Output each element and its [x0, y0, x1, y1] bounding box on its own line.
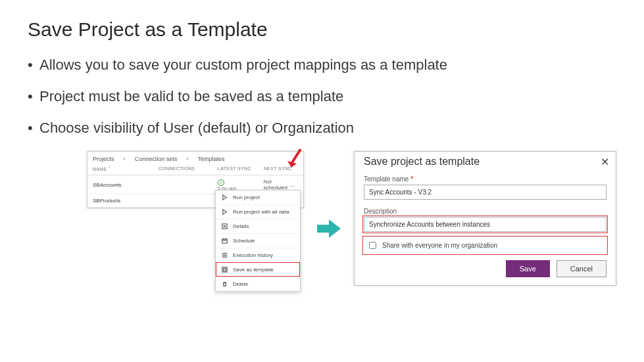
share-org-label: Share with everyone in my organization	[382, 242, 497, 249]
details-icon	[221, 223, 228, 230]
menu-delete[interactable]: Delete	[216, 277, 300, 291]
success-icon: ✓	[218, 179, 224, 186]
slide-title: Save Project as a Template	[28, 18, 616, 41]
menu-history[interactable]: Execution history	[216, 248, 300, 262]
menu-run-all[interactable]: Run project with all data	[216, 204, 300, 219]
play-icon	[221, 194, 228, 201]
callout-arrow-icon	[286, 148, 305, 171]
description-input[interactable]	[364, 217, 607, 232]
template-icon	[221, 266, 228, 273]
more-menu-button[interactable]: …	[287, 181, 298, 188]
menu-run-project[interactable]: Run project	[216, 191, 300, 204]
svg-rect-3	[224, 269, 226, 271]
trash-icon	[221, 281, 228, 288]
dialog-title: Save project as template	[364, 156, 607, 168]
col-latest-sync[interactable]: LATEST SYNC	[218, 166, 264, 171]
cancel-button[interactable]: Cancel	[557, 260, 607, 277]
col-connections[interactable]: CONNECTIONS	[159, 166, 218, 171]
description-label: Description	[364, 208, 607, 215]
row-name: SBAccounts	[93, 182, 159, 188]
projects-panel: Projects• Connection sets• Templates NAM…	[87, 151, 304, 208]
sort-asc-icon: ˄	[109, 166, 111, 171]
bullet-text: Allows you to save your custom project m…	[39, 57, 447, 73]
share-org-option[interactable]: Share with everyone in my organization	[364, 237, 607, 254]
history-icon	[221, 252, 228, 259]
bullet-item: •Choose visibility of User (default) or …	[28, 120, 616, 137]
tab-templates[interactable]: Templates	[197, 156, 224, 162]
save-template-dialog: ✕ Save project as template Template name…	[354, 151, 616, 286]
menu-save-as-template[interactable]: Save as template	[216, 262, 300, 277]
row-name: SBProducts	[93, 198, 159, 204]
template-name-input[interactable]	[364, 185, 607, 200]
svg-rect-1	[222, 239, 227, 243]
bullet-text: Project must be valid to be saved as a t…	[39, 88, 343, 104]
save-button[interactable]: Save	[506, 260, 550, 277]
svg-rect-0	[222, 224, 227, 229]
bullet-text: Choose visibility of User (default) or O…	[39, 120, 354, 136]
tab-connection-sets[interactable]: Connection sets	[135, 156, 178, 162]
menu-schedule[interactable]: Schedule	[216, 233, 300, 248]
bullet-item: •Project must be valid to be saved as a …	[28, 88, 616, 105]
menu-details[interactable]: Details	[216, 219, 300, 233]
next-sync-value: Not scheduled	[264, 179, 287, 191]
template-name-label: Template name *	[364, 175, 607, 183]
share-org-checkbox[interactable]	[369, 242, 376, 249]
bullet-item: •Allows you to save your custom project …	[28, 57, 616, 74]
calendar-icon	[221, 237, 228, 244]
flow-arrow-icon	[317, 219, 341, 238]
close-icon[interactable]: ✕	[601, 156, 609, 168]
svg-rect-2	[222, 267, 227, 272]
bullet-list: •Allows you to save your custom project …	[28, 57, 616, 137]
play-all-icon	[221, 208, 228, 215]
context-menu: Run project Run project with all data De…	[215, 190, 301, 292]
col-name[interactable]: NAME ˄	[93, 166, 159, 171]
tab-projects[interactable]: Projects	[93, 156, 114, 162]
